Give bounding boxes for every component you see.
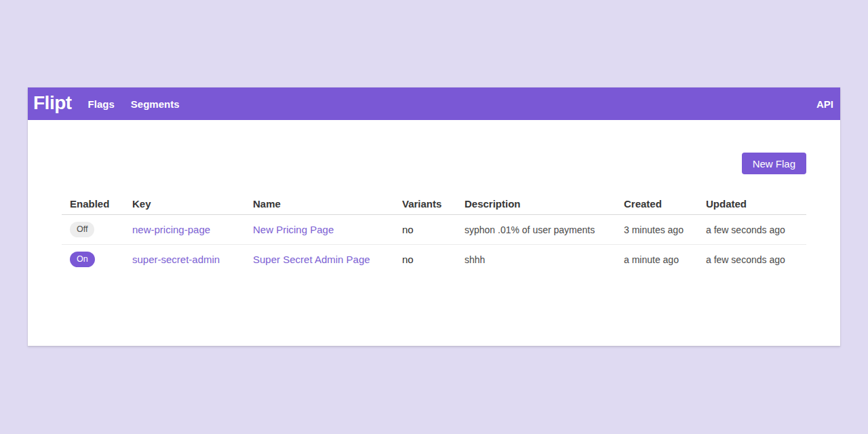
key-cell: super-secret-admin (124, 245, 245, 275)
flipt-app-window: Flipt Flags Segments API New Flag Enable… (28, 87, 840, 346)
description-cell: shhh (456, 245, 616, 275)
flipt-logo[interactable]: Flipt (33, 87, 80, 120)
navbar: Flipt Flags Segments API (28, 87, 840, 120)
new-flag-button[interactable]: New Flag (742, 153, 806, 174)
flag-name-link[interactable]: Super Secret Admin Page (253, 254, 370, 265)
column-header-key: Key (124, 193, 245, 215)
variants-cell: no (394, 215, 456, 245)
nav-item-segments[interactable]: Segments (123, 87, 188, 120)
header-row: Enabled Key Name Variants Description Cr… (62, 193, 806, 215)
created-cell: 3 minutes ago (616, 215, 698, 245)
column-header-name: Name (245, 193, 394, 215)
actions-bar: New Flag (62, 153, 806, 174)
column-header-updated: Updated (698, 193, 806, 215)
flags-page-content: New Flag Enabled Key Name Variants Descr… (28, 120, 840, 274)
updated-cell: a few seconds ago (698, 245, 806, 275)
nav-item-api[interactable]: API (808, 87, 833, 120)
flag-name-link[interactable]: New Pricing Page (253, 224, 334, 235)
enabled-cell: On (62, 245, 124, 275)
enabled-badge: On (70, 252, 95, 267)
flag-key-link[interactable]: new-pricing-page (132, 224, 210, 235)
flags-table-header: Enabled Key Name Variants Description Cr… (62, 193, 806, 215)
navbar-spacer (187, 87, 808, 120)
table-row: Off new-pricing-page New Pricing Page no… (62, 215, 806, 245)
column-header-enabled: Enabled (62, 193, 124, 215)
flags-table: Enabled Key Name Variants Description Cr… (62, 193, 806, 274)
column-header-variants: Variants (394, 193, 456, 215)
created-cell: a minute ago (616, 245, 698, 275)
table-row: On super-secret-admin Super Secret Admin… (62, 245, 806, 275)
column-header-created: Created (616, 193, 698, 215)
page-background: { "app": { "logo": "Flipt", "nav": { "fl… (0, 0, 868, 434)
key-cell: new-pricing-page (124, 215, 245, 245)
nav-item-flags[interactable]: Flags (80, 87, 123, 120)
updated-cell: a few seconds ago (698, 215, 806, 245)
column-header-description: Description (456, 193, 616, 215)
enabled-cell: Off (62, 215, 124, 245)
flags-table-body: Off new-pricing-page New Pricing Page no… (62, 215, 806, 275)
variants-cell: no (394, 245, 456, 275)
flag-key-link[interactable]: super-secret-admin (132, 254, 220, 265)
name-cell: Super Secret Admin Page (245, 245, 394, 275)
name-cell: New Pricing Page (245, 215, 394, 245)
description-cell: syphon .01% of user payments (456, 215, 616, 245)
enabled-badge: Off (70, 222, 94, 237)
